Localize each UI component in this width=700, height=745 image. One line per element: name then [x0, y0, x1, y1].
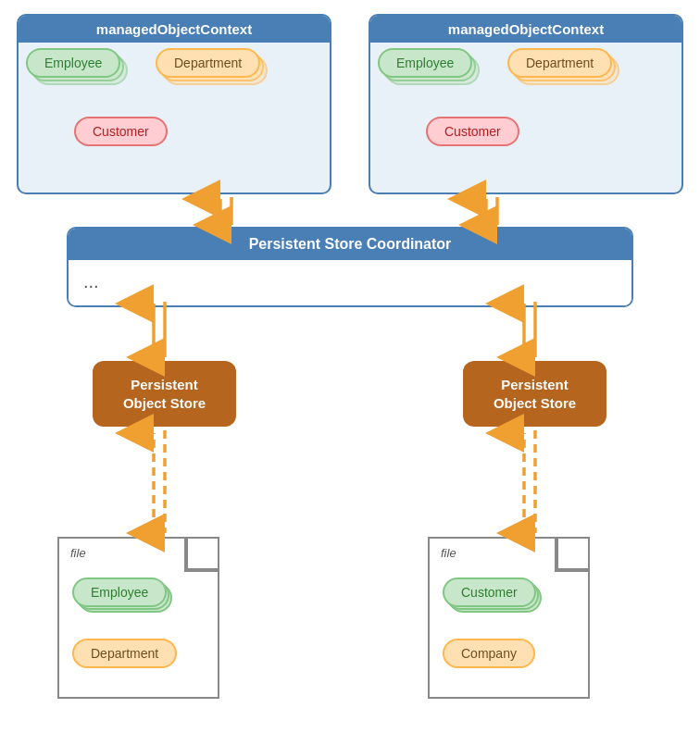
file-left-corner: [186, 539, 218, 570]
pos-left-box: PersistentObject Store: [93, 361, 236, 427]
file-left-emp-front: Employee: [72, 577, 167, 607]
moc-right-content: Employee Employee Employee Department De…: [370, 43, 681, 183]
customer-stack-left: Customer: [74, 117, 194, 157]
psc-title: Persistent Store Coordinator: [69, 229, 631, 260]
customer-stack-right: Customer: [426, 117, 546, 157]
pos-right-label: PersistentObject Store: [494, 377, 576, 411]
file-left-doc: file Employee Employee Employee Departme…: [57, 537, 219, 699]
department-pill-left-front: Department: [156, 48, 260, 78]
file-right-label: file: [441, 546, 456, 560]
moc-left-title: managedObjectContext: [19, 16, 330, 43]
psc-content: ...: [69, 260, 631, 305]
file-right-doc: file Customer Customer Customer Company: [428, 537, 590, 699]
file-left-dept: Department: [72, 639, 177, 668]
diagram: managedObjectContext Employee Employee E…: [0, 0, 700, 745]
moc-right-box: managedObjectContext Employee Employee E…: [369, 14, 683, 194]
pos-right-box: PersistentObject Store: [463, 361, 606, 427]
file-left-dept-group: Department: [72, 639, 202, 679]
employee-stack-left: Employee Employee Employee: [26, 48, 146, 104]
file-left-label: file: [70, 546, 86, 560]
customer-pill-right: Customer: [426, 117, 519, 146]
employee-pill-left-front: Employee: [26, 48, 120, 78]
file-right-cust-front: Customer: [443, 577, 536, 607]
employee-stack-right: Employee Employee Employee: [378, 48, 498, 104]
psc-box: Persistent Store Coordinator ...: [67, 227, 633, 307]
file-right-corner: [556, 539, 588, 570]
moc-right-title: managedObjectContext: [370, 16, 681, 43]
department-pill-right-front: Department: [507, 48, 612, 78]
customer-pill-left: Customer: [74, 117, 168, 146]
file-left-employee-group: Employee Employee Employee: [72, 577, 202, 626]
moc-left-box: managedObjectContext Employee Employee E…: [17, 14, 331, 194]
pos-left-label: PersistentObject Store: [123, 377, 206, 411]
moc-left-content: Employee Employee Employee Department De…: [19, 43, 330, 183]
file-right-company: Company: [443, 639, 535, 668]
file-right-company-group: Company: [443, 639, 572, 679]
department-stack-left: Department Department Department: [156, 48, 285, 104]
department-stack-right: Department Department Department: [507, 48, 637, 104]
employee-pill-right-front: Employee: [378, 48, 472, 78]
file-right-customer-group: Customer Customer Customer: [443, 577, 572, 626]
